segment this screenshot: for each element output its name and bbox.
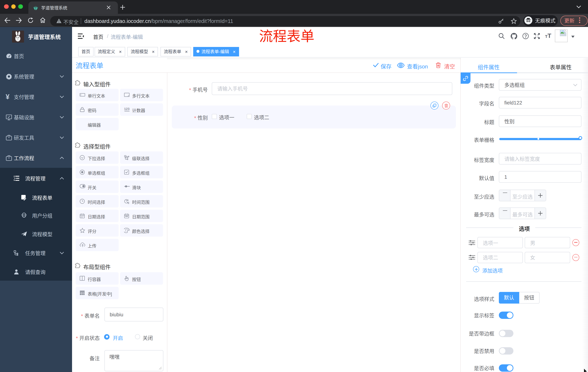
svg-text:123: 123: [124, 107, 129, 111]
